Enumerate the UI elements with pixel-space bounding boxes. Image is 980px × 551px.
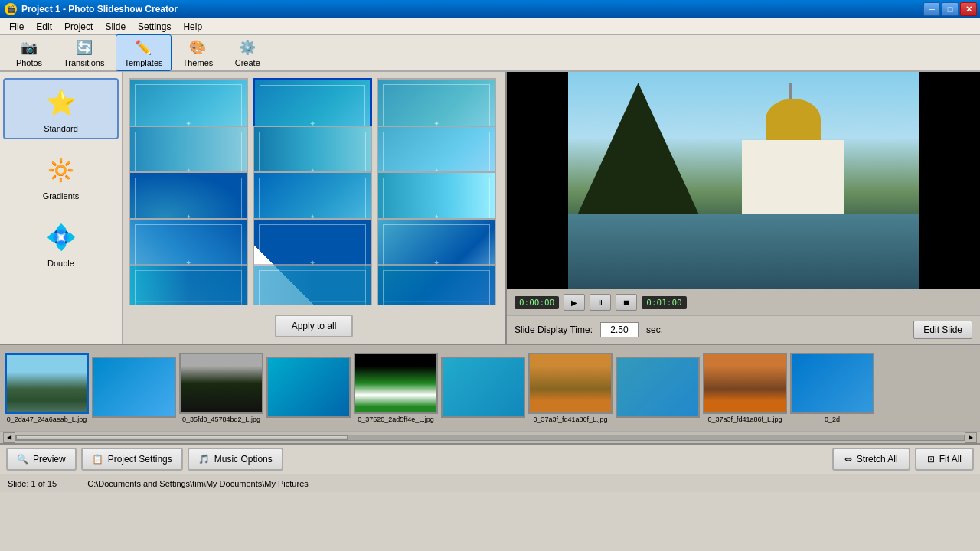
gradients-icon: 🔆: [43, 152, 80, 188]
toolbar-create[interactable]: ⚙️ Create: [224, 34, 270, 71]
toolbar-templates[interactable]: ✏️ Templates: [116, 34, 171, 71]
template-14[interactable]: [253, 264, 372, 305]
church-scene: [568, 72, 919, 289]
video-center: [568, 72, 919, 289]
create-label: Create: [235, 58, 260, 67]
film-label-7: 0_37a3f_fd41a86f_L.jpg: [533, 416, 607, 423]
film-thumb-7[interactable]: [528, 353, 612, 414]
path-info: C:\Documents and Settings\tim\My Documen…: [87, 479, 309, 488]
preview-label: Preview: [33, 454, 66, 465]
toolbar-themes[interactable]: 🎨 Themes: [175, 34, 222, 71]
category-double[interactable]: 💠 Double: [3, 213, 119, 274]
menu-help[interactable]: Help: [177, 20, 208, 34]
film-item-8[interactable]: [616, 357, 700, 419]
maximize-btn[interactable]: □: [942, 2, 959, 16]
film-thumb-6[interactable]: [441, 357, 525, 418]
templates-container: Apply to all: [122, 72, 505, 344]
statusbar: Slide: 1 of 15 C:\Documents and Settings…: [0, 474, 980, 492]
preview-button[interactable]: 🔍 Preview: [6, 448, 77, 471]
film-label-1: 0_2da47_24a6aeab_L.jpg: [7, 416, 87, 423]
titlebar-controls[interactable]: ─ □ ✕: [923, 2, 977, 16]
video-left-strip: [507, 72, 568, 289]
transitions-label: Transitions: [64, 58, 104, 67]
standard-label: Standard: [44, 124, 78, 133]
photos-label: Photos: [16, 58, 42, 67]
film-thumb-1[interactable]: [5, 353, 89, 414]
standard-icon: ⭐: [43, 84, 80, 121]
menu-project[interactable]: Project: [58, 20, 99, 34]
main-area: ⭐ Standard 🔆 Gradients 💠 Double: [0, 72, 980, 344]
double-label: Double: [47, 259, 74, 268]
menubar: File Edit Project Slide Settings Help: [0, 18, 980, 35]
film-label-10: 0_2d: [825, 416, 840, 423]
minimize-btn[interactable]: ─: [923, 2, 940, 16]
film-thumb-10[interactable]: [790, 353, 874, 414]
play-button[interactable]: ▶: [564, 294, 585, 311]
scroll-left-btn[interactable]: ◀: [3, 432, 15, 443]
stretch-label: Stretch All: [857, 454, 898, 465]
music-options-button[interactable]: 🎵 Music Options: [188, 448, 283, 471]
create-icon: ⚙️: [238, 38, 256, 57]
film-item-5[interactable]: 0_37520_2ad5ff4e_L.jpg: [354, 353, 438, 423]
filmstrip: 0_2da47_24a6aeab_L.jpg 0_35fd0_45784bd2_…: [0, 344, 980, 443]
film-item-2[interactable]: [92, 357, 176, 419]
film-thumb-9[interactable]: [703, 353, 787, 414]
project-settings-icon: 📋: [92, 454, 103, 465]
film-item-10[interactable]: 0_2d: [790, 353, 874, 423]
film-item-1[interactable]: 0_2da47_24a6aeab_L.jpg: [5, 353, 89, 423]
menu-edit[interactable]: Edit: [30, 20, 58, 34]
apply-to-all-button[interactable]: Apply to all: [275, 315, 354, 337]
slide-info: Slide: 1 of 15: [8, 479, 57, 488]
double-icon: 💠: [43, 219, 80, 256]
film-thumb-8[interactable]: [616, 357, 700, 418]
scroll-right-btn[interactable]: ▶: [965, 432, 977, 443]
close-btn[interactable]: ✕: [960, 2, 977, 16]
slide-time-input[interactable]: [600, 322, 639, 337]
themes-label: Themes: [183, 58, 214, 67]
edit-slide-button[interactable]: Edit Slide: [913, 321, 972, 339]
stretch-all-button[interactable]: ⇔ Stretch All: [832, 448, 910, 471]
film-label-5: 0_37520_2ad5ff4e_L.jpg: [358, 416, 433, 423]
music-label: Music Options: [214, 454, 273, 465]
template-15[interactable]: [377, 264, 496, 305]
film-label-9: 0_37a3f_fd41a86f_L.jpg: [707, 416, 782, 423]
film-item-7[interactable]: 0_37a3f_fd41a86f_L.jpg: [528, 353, 612, 423]
scroll-thumb[interactable]: [16, 435, 348, 440]
film-thumb-4[interactable]: [266, 357, 351, 418]
film-thumb-3[interactable]: [179, 353, 263, 414]
project-settings-label: Project Settings: [108, 454, 172, 465]
film-thumb-2[interactable]: [92, 357, 176, 418]
toolbar-photos[interactable]: 📷 Photos: [6, 34, 52, 71]
film-item-6[interactable]: [441, 357, 525, 419]
church-cross: [789, 83, 792, 99]
menu-file[interactable]: File: [3, 20, 30, 34]
template-13[interactable]: [129, 264, 248, 305]
templates-label: Templates: [124, 58, 162, 67]
fit-label: Fit All: [939, 454, 962, 465]
themes-icon: 🎨: [188, 38, 207, 57]
toolbar: 📷 Photos 🔄 Transitions ✏️ Templates 🎨 Th…: [0, 35, 980, 72]
church-body: [742, 140, 844, 223]
project-settings-button[interactable]: 📋 Project Settings: [81, 448, 183, 471]
menu-slide[interactable]: Slide: [99, 20, 132, 34]
titlebar: 🎬 Project 1 - Photo Slideshow Creator ─ …: [0, 0, 980, 18]
film-item-3[interactable]: 0_35fd0_45784bd2_L.jpg: [179, 353, 263, 423]
film-item-4[interactable]: [266, 357, 351, 419]
stop-button[interactable]: ⏹: [616, 294, 637, 311]
scroll-track[interactable]: [15, 435, 965, 441]
menu-settings[interactable]: Settings: [132, 20, 177, 34]
category-gradients[interactable]: 🔆 Gradients: [3, 145, 119, 207]
bottom-bar: 🔍 Preview 📋 Project Settings 🎵 Music Opt…: [0, 443, 980, 474]
film-thumb-5[interactable]: [354, 353, 438, 414]
slide-display-time-label: Slide Display Time:: [514, 324, 593, 335]
fit-all-button[interactable]: ⊡ Fit All: [915, 448, 974, 471]
church-dome: [766, 99, 821, 141]
toolbar-transitions[interactable]: 🔄 Transitions: [55, 34, 113, 71]
film-label-3: 0_35fd0_45784bd2_L.jpg: [182, 416, 260, 423]
pause-button[interactable]: ⏸: [590, 294, 611, 311]
horizontal-scrollbar[interactable]: ◀ ▶: [0, 431, 980, 443]
video-content: [507, 72, 980, 289]
photos-icon: 📷: [20, 38, 38, 57]
category-standard[interactable]: ⭐ Standard: [3, 78, 119, 139]
film-item-9[interactable]: 0_37a3f_fd41a86f_L.jpg: [703, 353, 787, 423]
